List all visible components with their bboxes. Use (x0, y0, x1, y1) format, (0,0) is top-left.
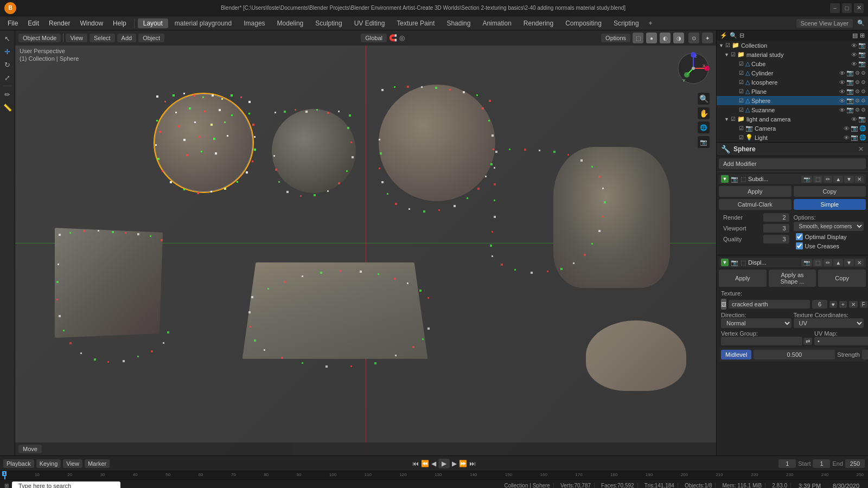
outliner-item-collection[interactable]: ▼ ☑ 📁 Collection 👁 📷 (717, 41, 868, 50)
displ-cam-icon[interactable]: 📷 (731, 259, 738, 266)
measure-icon[interactable]: 📏 (2, 101, 14, 113)
suz-checkbox[interactable]: ☑ (739, 107, 744, 113)
ico-extra2[interactable]: ⚙ (861, 79, 866, 85)
tab-compositing[interactable]: Compositing (560, 18, 607, 28)
texture-name-input[interactable] (729, 300, 810, 309)
outliner-item-light-camera[interactable]: ▼ ☑ 📁 light and camera 👁 📷 (717, 114, 868, 124)
gizmo-toggle[interactable]: ✦ (702, 33, 713, 43)
help-menu[interactable]: Help (108, 18, 131, 28)
strength-value[interactable] (862, 350, 868, 359)
proportional-icon[interactable]: ◎ (399, 34, 405, 42)
navigation-gizmo[interactable]: X Y Z (677, 52, 710, 85)
rotate-tool-icon[interactable]: ↻ (2, 59, 14, 70)
displ-screen-btn[interactable]: ⬚ (813, 259, 822, 266)
plane-render[interactable]: 📷 (846, 88, 854, 95)
plane-vis[interactable]: 👁 (839, 88, 845, 95)
cube-vis[interactable]: 👁 (851, 61, 857, 67)
cyl-extra1[interactable]: ⚙ (855, 70, 860, 76)
outliner-item-camera[interactable]: ☑ 📷 Camera 👁 📷 🌐 (717, 124, 868, 133)
scale-tool-icon[interactable]: ⤢ (2, 72, 14, 84)
timeline-track[interactable]: 1 10 20 30 40 50 60 70 80 90 100 110 120… (0, 471, 868, 479)
plane-extra2[interactable]: ⚙ (861, 88, 866, 94)
play-button[interactable]: ▶ (438, 459, 450, 468)
outliner-item-light[interactable]: ☑ 💡 Light 👁 📷 🌐 (717, 133, 868, 142)
next-keyframe-button[interactable]: ▶ (452, 460, 457, 467)
3d-scene[interactable]: X Y Z 🔍 ✋ 🌐 📷 (15, 30, 716, 455)
ms-render-icon[interactable]: 📷 (858, 51, 866, 58)
move-tool-icon[interactable]: ✛ (2, 46, 14, 57)
timeline-view-menu[interactable]: View (63, 459, 82, 468)
tab-scripting[interactable]: Scripting (608, 18, 644, 28)
prev-keyframe-button[interactable]: ◀ (431, 460, 436, 467)
cyl-extra2[interactable]: ⚙ (861, 70, 866, 76)
orbit-button[interactable]: 🌐 (698, 121, 710, 133)
camera-view-button[interactable]: 📷 (698, 136, 710, 148)
box-object[interactable] (55, 228, 163, 338)
object-button[interactable]: Object (138, 34, 164, 42)
add-modifier-button[interactable]: Add Modifier (719, 158, 866, 169)
zoom-in-button[interactable]: 🔍 (698, 93, 710, 105)
suz-extra1[interactable]: ⚙ (855, 107, 860, 113)
search-icon[interactable]: 🔍 (857, 20, 865, 27)
shading-rendered[interactable]: ◑ (673, 33, 684, 43)
ico-render[interactable]: 📷 (846, 79, 854, 86)
outliner-collapse-icon[interactable]: ▤ (852, 32, 858, 39)
options-button[interactable]: Options (601, 34, 630, 42)
displ-expand[interactable]: ▼ (721, 259, 729, 266)
smooth-corners-select[interactable]: Smooth, keep corners (794, 222, 864, 231)
figure-object[interactable] (553, 147, 670, 288)
midlevel-button[interactable]: Midlevel (721, 350, 751, 359)
sphere-object-1[interactable] (154, 93, 254, 193)
subsurf-down-btn[interactable]: ▼ (844, 176, 854, 183)
light-extra[interactable]: 🌐 (859, 134, 866, 140)
start-frame-input[interactable] (813, 459, 830, 468)
optimal-display-checkbox[interactable] (796, 233, 803, 240)
outliner-item-suzanne[interactable]: ☑ △ Suzanne 👁 📷 ⚙ ⚙ (717, 105, 868, 114)
displ-close-btn[interactable]: ✕ (855, 259, 864, 266)
ico-vis[interactable]: 👁 (839, 79, 845, 86)
displ-cam-btn[interactable]: 📷 (801, 259, 812, 266)
close-button[interactable]: ✕ (854, 3, 864, 13)
props-wrench-icon[interactable]: 🔧 (721, 145, 730, 153)
plane-checkbox[interactable]: ☑ (739, 88, 744, 94)
tab-modeling[interactable]: Modeling (272, 18, 309, 28)
subsurf-settings-btn[interactable]: ▲ (833, 176, 843, 183)
subsurf-camera-btn[interactable]: 📷 (801, 176, 812, 183)
shading-material[interactable]: ◐ (660, 33, 671, 43)
ms-vis-icon[interactable]: 👁 (851, 52, 857, 58)
vertgroup-swap-button[interactable]: ⇄ (803, 338, 812, 345)
tab-sculpting[interactable]: Sculpting (310, 18, 347, 28)
subsurf-copy-button[interactable]: Copy (794, 186, 866, 197)
object-mode-button[interactable]: Object Mode (18, 34, 61, 42)
outliner-item-cube[interactable]: ☑ △ Cube 👁 📷 (717, 59, 868, 68)
cyl-vis[interactable]: 👁 (839, 70, 845, 76)
sphere-object-3[interactable] (379, 85, 495, 201)
suz-vis[interactable]: 👁 (839, 107, 845, 113)
plane-object[interactable] (242, 262, 428, 359)
cam-extra[interactable]: 🌐 (859, 125, 866, 131)
displ-view-icon[interactable]: ⬚ (741, 259, 746, 266)
outliner-item-plane[interactable]: ☑ △ Plane 👁 📷 ⚙ ⚙ (717, 87, 868, 96)
edit-menu[interactable]: Edit (23, 18, 43, 28)
use-creases-checkbox[interactable] (796, 242, 803, 249)
catmull-clark-button[interactable]: Catmul-Clark (719, 199, 792, 210)
frame-end-button[interactable]: ⏭ (469, 460, 476, 467)
frame-start-button[interactable]: ⏮ (412, 460, 419, 467)
cyl-render[interactable]: 📷 (846, 69, 854, 76)
minimize-button[interactable]: − (830, 3, 840, 13)
displ-edit-btn[interactable]: ✏ (824, 259, 832, 266)
subsurf-expand[interactable]: ▼ (721, 175, 729, 183)
tab-rendering[interactable]: Rendering (518, 18, 559, 28)
annotate-icon[interactable]: ✏ (2, 88, 14, 100)
view-button[interactable]: View (66, 34, 87, 42)
quality-value[interactable] (763, 235, 789, 243)
tab-layout[interactable]: Layout (138, 18, 168, 28)
outliner-filter-icon[interactable]: ⊟ (739, 32, 744, 39)
overlay-toggle[interactable]: ⊙ (688, 33, 699, 43)
file-menu[interactable]: File (3, 18, 22, 28)
displ-down-btn[interactable]: ▼ (844, 259, 854, 266)
cube-checkbox[interactable]: ☑ (739, 61, 744, 67)
outliner-expand-icon[interactable]: ⊞ (860, 32, 865, 39)
cyl-checkbox[interactable]: ☑ (739, 70, 744, 76)
suz-render[interactable]: 📷 (846, 106, 854, 113)
